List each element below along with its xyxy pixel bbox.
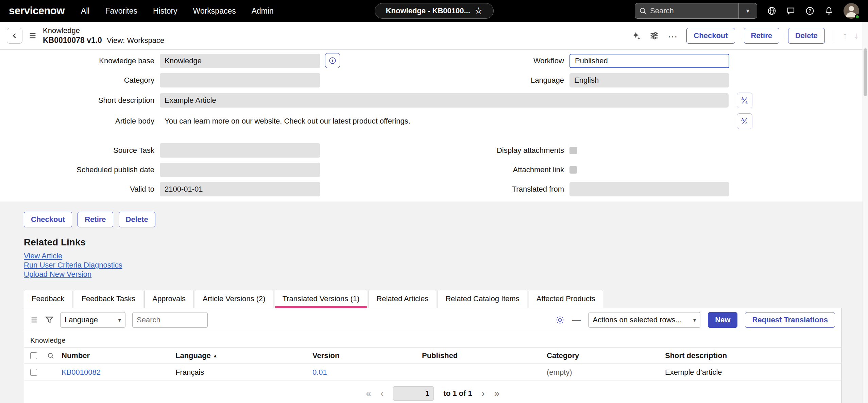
column-header-number[interactable]: Number [58,348,172,364]
svg-text:?: ? [809,8,811,14]
column-search-icon[interactable] [46,352,55,359]
column-header-published[interactable]: Published [419,348,543,364]
checkout-button[interactable]: Checkout [686,28,735,44]
column-header-language[interactable]: Language▲ [172,348,309,364]
search-field-select-value: Language [65,316,98,324]
ai-sparkle-icon[interactable] [632,31,641,40]
delete-button[interactable]: Delete [788,28,825,44]
attachment-link-checkbox[interactable] [569,166,577,174]
table-header-row: Number Language▲ Version Published Categ… [24,348,841,364]
chevron-down-icon: ▾ [118,317,121,324]
translated-from-field[interactable] [569,182,729,196]
next-page-icon[interactable]: › [482,389,485,398]
source-task-field[interactable] [160,143,320,158]
tab-approvals[interactable]: Approvals [144,290,193,308]
filter-icon[interactable] [45,316,53,324]
checkout-button-footer[interactable]: Checkout [24,212,72,227]
menu-all[interactable]: All [81,6,90,16]
form-context-menu-icon[interactable] [29,32,37,40]
valid-to-field[interactable]: 2100-01-01 [160,182,320,196]
translated-from-label: Translated from [403,185,569,194]
list-menu-icon[interactable] [30,316,38,324]
pagination-label: to 1 of 1 [443,389,472,398]
translate-icon[interactable]: Aa [737,113,752,129]
delete-button-footer[interactable]: Delete [119,212,155,227]
previous-record-icon[interactable]: ↑ [843,30,847,41]
avatar[interactable] [844,3,859,19]
context-record-pill[interactable]: Knowledge - KB00100... ☆ [375,3,494,19]
next-record-icon[interactable]: ↓ [854,30,858,41]
column-header-category[interactable]: Category [543,348,662,364]
category-field[interactable] [160,73,320,87]
scheduled-publish-date-field[interactable] [160,163,320,177]
list-caption: Knowledge [24,332,841,347]
gear-icon[interactable] [556,316,564,324]
workflow-field[interactable]: Published [569,54,729,68]
new-button[interactable]: New [708,312,737,328]
chevron-down-icon: ▾ [746,7,749,15]
search-scope-dropdown[interactable]: ▾ [738,3,757,18]
menu-admin[interactable]: Admin [252,6,274,16]
global-search-input[interactable] [649,6,738,16]
tab-feedback[interactable]: Feedback [24,290,72,308]
search-field-select[interactable]: Language ▾ [60,312,125,328]
first-page-icon[interactable]: « [366,389,371,398]
short-description-field[interactable]: Example Article [160,93,729,108]
translated-versions-table: Number Language▲ Version Published Categ… [24,347,841,381]
retire-button-footer[interactable]: Retire [78,212,113,227]
top-nav: servicenow All Favorites History Workspa… [0,0,868,22]
menu-workspaces[interactable]: Workspaces [193,6,236,16]
svg-text:A: A [741,117,744,122]
request-translations-button[interactable]: Request Translations [745,312,835,328]
list-toolbar: Language ▾ — Actions on selected rows...… [24,308,841,332]
bell-icon[interactable] [824,6,833,15]
personalize-form-icon[interactable] [650,31,659,40]
chat-icon[interactable] [786,6,795,15]
link-run-user-criteria-diagnostics[interactable]: Run User Criteria Diagnostics [24,260,122,270]
tab-translated-versions[interactable]: Translated Versions (1) [275,290,368,308]
globe-icon[interactable] [767,6,776,15]
list-search-input[interactable] [132,312,208,328]
article-body-label: Article body [0,117,160,126]
link-upload-new-version[interactable]: Upload New Version [24,270,91,279]
translate-icon[interactable]: Aa [737,93,752,108]
actions-select[interactable]: Actions on selected rows... ▾ [588,312,700,328]
row-version-link[interactable]: 0.01 [312,368,327,376]
scrollbar-thumb[interactable] [864,48,867,96]
language-field[interactable]: English [569,73,729,87]
tab-related-catalog-items[interactable]: Related Catalog Items [438,290,527,308]
row-category: (empty) [547,368,572,376]
previous-page-icon[interactable]: ‹ [380,389,384,398]
retire-button[interactable]: Retire [744,28,779,44]
last-page-icon[interactable]: » [494,389,499,398]
servicenow-logo[interactable]: servicenow [9,5,65,17]
divider [834,30,834,42]
row-number-link[interactable]: KB0010082 [62,368,101,376]
column-header-version[interactable]: Version [309,348,419,364]
collapse-list-icon[interactable]: — [572,316,581,324]
help-icon[interactable]: ? [805,6,814,15]
column-header-short-description[interactable]: Short description [662,348,841,364]
sort-asc-icon: ▲ [213,353,218,358]
row-short-description: Exemple d’article [665,368,722,376]
more-actions-icon[interactable]: … [667,31,678,41]
info-icon[interactable] [325,53,340,68]
select-all-checkbox[interactable] [30,352,37,359]
presence-indicator [855,14,860,19]
tab-related-articles[interactable]: Related Articles [369,290,436,308]
back-button[interactable] [7,28,22,44]
row-checkbox[interactable] [30,369,37,376]
display-attachments-checkbox[interactable] [569,147,577,154]
link-view-article[interactable]: View Article [24,251,62,260]
tab-feedback-tasks[interactable]: Feedback Tasks [74,290,143,308]
menu-history[interactable]: History [153,6,177,16]
page-number-input[interactable] [393,386,434,401]
record-type: Knowledge [43,26,164,35]
tab-affected-products[interactable]: Affected Products [529,290,603,308]
favorite-star-icon[interactable]: ☆ [475,6,482,16]
pagination: « ‹ to 1 of 1 › » [24,381,841,403]
knowledge-base-field[interactable]: Knowledge [160,54,320,68]
menu-favorites[interactable]: Favorites [105,6,137,16]
tab-article-versions[interactable]: Article Versions (2) [195,290,273,308]
related-lists-tabbar: Feedback Feedback Tasks Approvals Articl… [24,290,848,308]
